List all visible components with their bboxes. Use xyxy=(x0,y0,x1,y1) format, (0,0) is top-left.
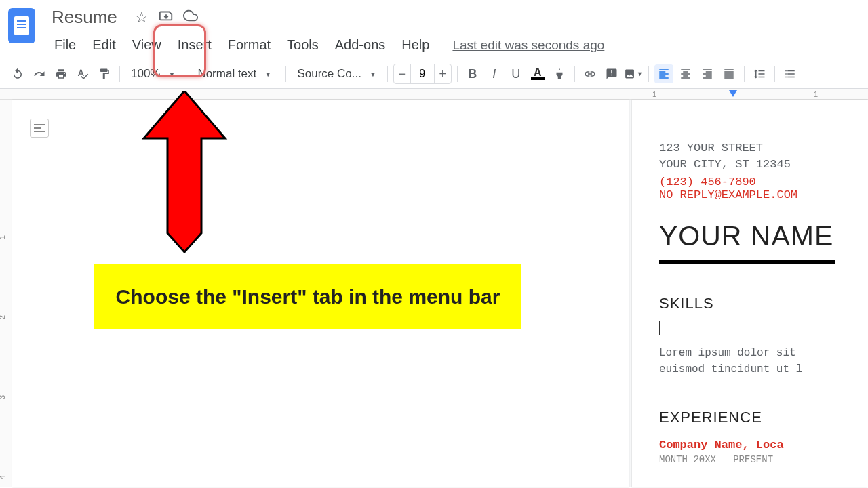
company-line: Company Name, Loca xyxy=(659,439,868,451)
style-dropdown[interactable]: Normal text▼ xyxy=(192,64,280,83)
menu-edit[interactable]: Edit xyxy=(85,33,122,57)
header-area: Resume ☆ File Edit View Insert Format To… xyxy=(0,0,868,57)
underline-button[interactable]: U xyxy=(507,64,526,83)
font-dropdown[interactable]: Source Co...▼ xyxy=(292,64,381,83)
link-button[interactable] xyxy=(580,64,599,83)
text-cursor xyxy=(659,321,868,336)
cloud-status-icon[interactable] xyxy=(181,8,200,27)
separator xyxy=(186,66,186,82)
menu-file[interactable]: File xyxy=(47,33,83,57)
line-spacing-button[interactable] xyxy=(750,64,769,83)
docs-logo[interactable] xyxy=(8,8,35,43)
separator xyxy=(285,66,286,82)
checklist-button[interactable] xyxy=(781,64,800,83)
ruler-mark: 1 xyxy=(652,90,656,98)
align-justify-button[interactable] xyxy=(719,64,738,83)
menu-insert[interactable]: Insert xyxy=(171,33,218,57)
separator xyxy=(774,66,775,82)
image-button[interactable]: ▼ xyxy=(624,64,643,83)
horizontal-ruler[interactable]: 1 1 xyxy=(0,89,868,100)
comment-button[interactable] xyxy=(602,64,621,83)
experience-heading: EXPERIENCE xyxy=(659,409,868,426)
separator xyxy=(574,66,575,82)
print-button[interactable] xyxy=(52,64,71,83)
document-title[interactable]: Resume xyxy=(47,5,121,29)
ruler-indent-marker[interactable] xyxy=(729,90,737,97)
menu-help[interactable]: Help xyxy=(395,33,436,57)
menu-view[interactable]: View xyxy=(125,33,168,57)
address-line-2: YOUR CITY, ST 12345 xyxy=(659,157,868,173)
star-icon[interactable]: ☆ xyxy=(132,9,151,26)
menu-tools[interactable]: Tools xyxy=(280,33,326,57)
skills-heading: SKILLS xyxy=(659,295,868,312)
spellcheck-button[interactable] xyxy=(73,64,92,83)
separator xyxy=(387,66,388,82)
font-size-value[interactable]: 9 xyxy=(410,64,435,83)
menu-format[interactable]: Format xyxy=(221,33,277,57)
font-size-increase[interactable]: + xyxy=(435,64,451,83)
separator xyxy=(744,66,745,82)
toolbar: 100%▼ Normal text▼ Source Co...▼ − 9 + B… xyxy=(0,60,868,89)
highlight-button[interactable] xyxy=(550,64,569,83)
paint-format-button[interactable] xyxy=(95,64,114,83)
last-edit-link[interactable]: Last edit was seconds ago xyxy=(452,38,604,53)
zoom-dropdown[interactable]: 100%▼ xyxy=(125,64,180,83)
resume-name-heading: YOUR NAME xyxy=(659,220,868,252)
redo-button[interactable] xyxy=(30,64,49,83)
dates-line: MONTH 20XX – PRESENT xyxy=(659,454,868,465)
align-center-button[interactable] xyxy=(676,64,695,83)
menu-addons[interactable]: Add-ons xyxy=(328,33,393,57)
outline-toggle-icon[interactable] xyxy=(30,119,49,138)
text-color-button[interactable]: A xyxy=(528,64,547,83)
italic-button[interactable]: I xyxy=(485,64,504,83)
skills-text: Lorem ipsum dolor sit euismod tincidunt … xyxy=(659,345,868,378)
separator xyxy=(457,66,458,82)
vertical-ruler[interactable]: 1 2 3 4 xyxy=(0,100,12,487)
font-size-decrease[interactable]: − xyxy=(394,64,410,83)
address-line-1: 123 YOUR STREET xyxy=(659,140,868,157)
separator xyxy=(119,66,120,82)
resume-document[interactable]: 123 YOUR STREET YOUR CITY, ST 12345 (123… xyxy=(632,100,868,487)
separator xyxy=(648,66,649,82)
ruler-mark: 1 xyxy=(814,90,818,98)
phone-number: (123) 456-7890 xyxy=(659,176,868,188)
align-left-button[interactable] xyxy=(654,64,673,83)
align-right-button[interactable] xyxy=(698,64,717,83)
font-size-control: − 9 + xyxy=(393,64,452,84)
move-icon[interactable] xyxy=(157,8,176,27)
menu-bar: File Edit View Insert Format Tools Add-o… xyxy=(47,33,604,57)
bold-button[interactable]: B xyxy=(463,64,482,83)
name-underline xyxy=(659,260,835,264)
callout-annotation: Choose the "Insert" tab in the menu bar xyxy=(94,264,521,329)
undo-button[interactable] xyxy=(8,64,27,83)
title-row: Resume ☆ xyxy=(47,5,604,29)
email-address: NO_REPLY@EXAMPLE.COM xyxy=(659,188,868,201)
